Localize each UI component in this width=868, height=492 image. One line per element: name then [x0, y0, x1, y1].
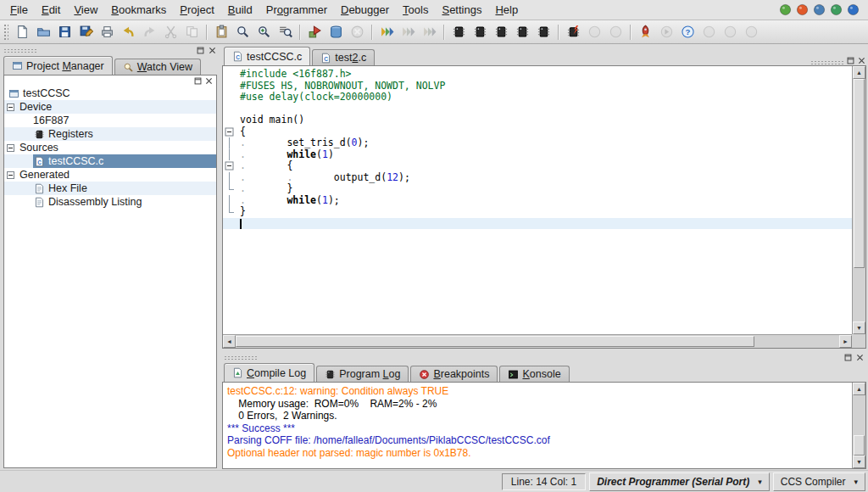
menu-settings[interactable]: Settings — [435, 1, 488, 19]
tree-item-registers[interactable]: Registers — [4, 127, 216, 141]
menu-help[interactable]: Help — [488, 1, 525, 19]
code-line[interactable]: #include <16f887.h> — [223, 69, 852, 81]
tree-item-disassembly-listing[interactable]: Disassembly Listing — [4, 195, 216, 209]
code-line[interactable]: . } — [223, 183, 852, 195]
scrollbar-track-h[interactable] — [236, 335, 839, 348]
find-next-button[interactable] — [253, 22, 274, 42]
notification-tray-icon[interactable] — [796, 3, 809, 16]
menu-file[interactable]: File — [3, 1, 35, 19]
code-line[interactable]: { — [223, 126, 852, 138]
editor-tab-test2-c[interactable]: Ctest2.c — [312, 49, 375, 65]
code-line[interactable]: } — [223, 206, 852, 218]
klipper-tray-icon[interactable] — [779, 3, 792, 16]
code-line[interactable]: #FUSES HS, NOBROWNOUT, NOWDT, NOLVP — [223, 81, 852, 92]
utility-tray-icon[interactable] — [830, 3, 843, 16]
view-float-button[interactable] — [193, 76, 203, 86]
bottom-float-button[interactable] — [843, 353, 853, 362]
code-line-current[interactable] — [223, 218, 852, 230]
fold-marker-icon[interactable] — [223, 160, 236, 172]
compiler-selector[interactable]: CCS Compiler ▾ — [773, 472, 865, 491]
editor-tab-testccsc-c[interactable]: CtestCCSC.c — [224, 47, 310, 65]
collapse-expander-icon[interactable] — [7, 144, 14, 152]
log-scrollbar-track[interactable] — [853, 395, 865, 456]
fold-marker-icon[interactable] — [223, 126, 236, 138]
menu-build[interactable]: Build — [221, 1, 259, 19]
undo-button[interactable] — [118, 22, 138, 42]
tree-item-16f887[interactable]: 16F887 — [4, 114, 216, 127]
print-file-button[interactable] — [97, 22, 117, 42]
code-line[interactable]: void main() — [223, 115, 852, 126]
tabbar-float-button[interactable] — [846, 56, 855, 65]
scroll-right-button[interactable] — [839, 335, 852, 348]
panel-tab-project-manager[interactable]: Project Manager — [3, 56, 113, 75]
code-line[interactable]: . while(1); — [223, 195, 852, 207]
menu-project[interactable]: Project — [173, 1, 220, 19]
read-device-button[interactable] — [491, 22, 511, 42]
menu-tools[interactable]: Tools — [396, 1, 435, 19]
whats-this-help-button[interactable]: ? — [677, 22, 698, 42]
code-line[interactable]: . set_tris_d(0); — [223, 137, 852, 149]
clean-project-button[interactable] — [326, 22, 346, 42]
replace-button[interactable] — [275, 22, 295, 42]
tree-item-generated[interactable]: Generated — [4, 168, 216, 182]
paste-button[interactable] — [211, 22, 231, 42]
editor-vertical-scrollbar[interactable] — [852, 66, 865, 334]
collapse-expander-icon[interactable] — [7, 171, 14, 179]
bottom-tab-konsole[interactable]: Konsole — [499, 366, 569, 382]
program-device-button[interactable] — [448, 22, 469, 42]
panel-tab-watch-view[interactable]: Watch View — [114, 59, 201, 75]
tabbar-close-button[interactable] — [857, 56, 866, 65]
find-button[interactable] — [232, 22, 253, 42]
collapse-expander-icon[interactable] — [7, 103, 14, 111]
code-line[interactable]: #use delay(clock=20000000) — [223, 92, 852, 103]
dock-drag-handle[interactable] — [3, 48, 37, 53]
tree-item-testccsc[interactable]: testCCSC — [4, 87, 216, 100]
bottom-close-button[interactable] — [855, 353, 865, 362]
open-file-button[interactable] — [33, 22, 53, 42]
tree-item-testccsc-c[interactable]: CtestCCSC.c — [4, 154, 216, 168]
tree-item-hex-file[interactable]: Hex File — [4, 182, 216, 195]
log-scroll-up-button[interactable] — [853, 383, 865, 395]
menu-view[interactable]: View — [67, 1, 104, 19]
compile-file-button[interactable] — [376, 22, 397, 42]
run-debug-button[interactable] — [635, 22, 655, 42]
code-line[interactable]: . . output_d(12); — [223, 172, 852, 184]
menu-debugger[interactable]: Debugger — [334, 1, 396, 19]
build-project-button[interactable] — [304, 22, 325, 42]
code-line[interactable] — [223, 103, 852, 115]
programmer-selector[interactable]: Direct Programmer (Serial Port) ▾ — [589, 472, 770, 491]
scrollbar-track[interactable] — [853, 79, 865, 321]
bottom-tab-breakpoints[interactable]: Breakpoints — [410, 366, 498, 382]
bottom-dock-handle[interactable] — [224, 355, 258, 361]
help-tray-icon[interactable] — [847, 3, 860, 16]
scroll-up-button[interactable] — [853, 66, 865, 79]
code-line[interactable]: . while(1) — [223, 149, 852, 161]
menu-bookmarks[interactable]: Bookmarks — [104, 1, 173, 19]
scrollbar-thumb-h[interactable] — [236, 336, 754, 347]
bottom-tab-compile-log[interactable]: Compile Log — [224, 363, 314, 382]
menu-edit[interactable]: Edit — [35, 1, 67, 19]
menu-programmer[interactable]: Programmer — [259, 1, 334, 19]
log-scrollbar-thumb[interactable] — [854, 435, 865, 456]
log-scroll-down-button[interactable] — [853, 456, 865, 468]
tree-item-device[interactable]: Device — [4, 100, 216, 114]
log-vertical-scrollbar[interactable] — [852, 383, 865, 468]
blank-check-device-button[interactable] — [533, 22, 554, 42]
connect-programmer-button[interactable] — [563, 22, 583, 42]
device-monitor-tray-icon[interactable] — [813, 3, 826, 16]
save-file-button[interactable] — [54, 22, 75, 42]
compile-log-output[interactable]: testCCSC.c:12: warning: Condition always… — [223, 383, 852, 468]
code-line[interactable]: . { — [223, 160, 852, 172]
dock-close-button[interactable] — [208, 46, 217, 55]
scroll-left-button[interactable] — [223, 335, 236, 348]
new-file-button[interactable] — [12, 22, 32, 42]
view-close-button[interactable] — [204, 76, 214, 86]
erase-device-button[interactable] — [512, 22, 532, 42]
code-area[interactable]: #include <16f887.h>#FUSES HS, NOBROWNOUT… — [223, 66, 852, 334]
editor-horizontal-scrollbar[interactable] — [223, 334, 852, 348]
toolbar-grip[interactable] — [3, 24, 8, 41]
tree-item-sources[interactable]: Sources — [4, 141, 216, 154]
bottom-tab-program-log[interactable]: Program Log — [316, 366, 409, 382]
save-file-as-button[interactable] — [75, 22, 96, 42]
verify-device-button[interactable] — [470, 22, 490, 42]
